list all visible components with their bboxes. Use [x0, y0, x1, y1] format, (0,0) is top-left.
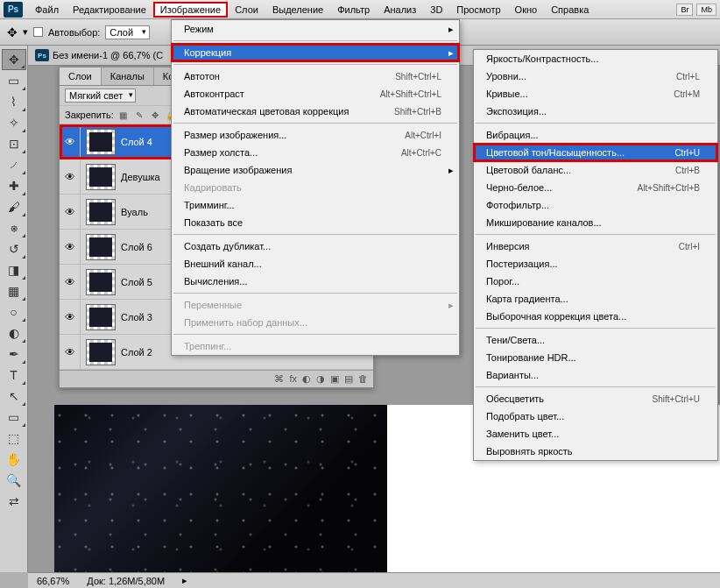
menu-item[interactable]: Фотофильтр...: [474, 196, 717, 214]
tool-type[interactable]: T: [2, 365, 26, 386]
trash-icon[interactable]: 🗑: [358, 373, 368, 385]
blend-mode-dropdown[interactable]: Мягкий свет: [65, 89, 136, 103]
visibility-icon[interactable]: 👁: [60, 265, 81, 299]
visibility-icon[interactable]: 👁: [60, 195, 81, 229]
menu-окно[interactable]: Окно: [508, 2, 545, 18]
lock-brush-icon[interactable]: ✎: [133, 109, 145, 121]
menu-item[interactable]: Показать все: [172, 214, 459, 231]
layer-thumbnail[interactable]: [86, 129, 116, 155]
tool-gradient[interactable]: ▦: [2, 280, 26, 301]
menu-item[interactable]: Вычисления...: [172, 273, 459, 290]
menu-item[interactable]: Коррекция: [172, 44, 459, 61]
layer-thumbnail[interactable]: [86, 269, 116, 295]
fx-icon[interactable]: fx: [289, 373, 297, 385]
menu-item[interactable]: Тонирование HDR...: [474, 349, 717, 366]
menu-файл[interactable]: Файл: [28, 2, 66, 18]
menu-item[interactable]: Размер холста...Alt+Ctrl+C: [172, 144, 459, 161]
tool-blur[interactable]: ○: [2, 301, 26, 322]
lock-move-icon[interactable]: ✥: [149, 109, 161, 121]
tool-path[interactable]: ↖: [2, 386, 26, 407]
bridge-button[interactable]: Br: [676, 4, 693, 16]
menu-item[interactable]: Яркость/Контрастность...: [474, 50, 717, 67]
menu-item[interactable]: Вибрация...: [474, 126, 717, 144]
menu-просмотр[interactable]: Просмотр: [449, 2, 507, 18]
menu-item[interactable]: Создать дубликат...: [172, 237, 459, 255]
tool-history[interactable]: ↺: [2, 238, 26, 259]
menu-изображение[interactable]: Изображение: [153, 2, 228, 18]
tool-wand[interactable]: ✧: [2, 112, 26, 133]
menu-3d[interactable]: 3D: [423, 2, 449, 18]
menu-фильтр[interactable]: Фильтр: [330, 2, 377, 18]
menu-item[interactable]: ИнверсияCtrl+I: [474, 237, 717, 255]
menu-item[interactable]: Цветовой баланс...Ctrl+B: [474, 161, 717, 179]
menu-item[interactable]: Цветовой тон/Насыщенность...Ctrl+U: [474, 144, 717, 161]
menu-item[interactable]: Тримминг...: [172, 196, 459, 214]
menu-item[interactable]: Карта градиента...: [474, 290, 717, 308]
menu-item[interactable]: Выборочная коррекция цвета...: [474, 308, 717, 325]
menu-item[interactable]: Размер изображения...Alt+Ctrl+I: [172, 126, 459, 144]
tool-crop[interactable]: ⊡: [2, 133, 26, 154]
visibility-icon[interactable]: 👁: [60, 335, 81, 369]
menu-item[interactable]: Подобрать цвет...: [474, 407, 717, 425]
menu-item[interactable]: Порог...: [474, 273, 717, 290]
tool-swap[interactable]: ⇄: [2, 491, 26, 512]
tab-layers[interactable]: Слои: [60, 67, 102, 85]
visibility-icon[interactable]: 👁: [60, 230, 81, 264]
menu-item[interactable]: Кривые...Ctrl+M: [474, 85, 717, 103]
menu-item[interactable]: Экспозиция...: [474, 103, 717, 120]
auto-select-dropdown[interactable]: Слой: [105, 25, 150, 39]
new-layer-icon[interactable]: ▤: [344, 373, 353, 385]
menu-item[interactable]: АвтоконтрастAlt+Shift+Ctrl+L: [172, 85, 459, 103]
menu-редактирование[interactable]: Редактирование: [66, 2, 153, 18]
auto-select-checkbox[interactable]: [33, 27, 43, 37]
zoom-level[interactable]: 66,67%: [37, 576, 69, 586]
layer-thumbnail[interactable]: [86, 234, 116, 260]
menu-item[interactable]: Внешний канал...: [172, 255, 459, 273]
tool-brush[interactable]: 🖌: [2, 196, 26, 217]
menu-item[interactable]: Микширование каналов...: [474, 214, 717, 231]
visibility-icon[interactable]: 👁: [60, 300, 81, 334]
menu-item[interactable]: ОбесцветитьShift+Ctrl+U: [474, 390, 717, 407]
tool-eraser[interactable]: ◨: [2, 259, 26, 280]
link-icon[interactable]: ⌘: [274, 373, 284, 385]
tool-lasso[interactable]: ⌇: [2, 91, 26, 112]
menu-item[interactable]: Уровни...Ctrl+L: [474, 67, 717, 85]
mb-button[interactable]: Mb: [696, 4, 716, 16]
layer-thumbnail[interactable]: [86, 339, 116, 365]
layer-thumbnail[interactable]: [86, 164, 116, 190]
menu-item[interactable]: Вращение изображения: [172, 161, 459, 179]
tool-heal[interactable]: ✚: [2, 175, 26, 196]
menu-слои[interactable]: Слои: [228, 2, 265, 18]
adjustment-icon[interactable]: ◑: [316, 373, 325, 385]
menu-item[interactable]: Черно-белое...Alt+Shift+Ctrl+B: [474, 179, 717, 196]
menu-item[interactable]: АвтотонShift+Ctrl+L: [172, 67, 459, 85]
layer-thumbnail[interactable]: [86, 199, 116, 225]
menu-выделение[interactable]: Выделение: [265, 2, 330, 18]
menu-item[interactable]: Тени/Света...: [474, 331, 717, 349]
menu-item[interactable]: Автоматическая цветовая коррекцияShift+C…: [172, 103, 459, 120]
menu-item[interactable]: Выровнять яркость: [474, 443, 717, 460]
visibility-icon[interactable]: 👁: [60, 159, 81, 194]
tool-move[interactable]: ✥: [2, 49, 26, 70]
menu-анализ[interactable]: Анализ: [377, 2, 423, 18]
folder-icon[interactable]: ▣: [330, 373, 339, 385]
menu-item[interactable]: Режим: [172, 20, 459, 38]
menu-item[interactable]: Постеризация...: [474, 255, 717, 273]
lock-transparent-icon[interactable]: ▦: [117, 109, 130, 121]
layer-thumbnail[interactable]: [86, 304, 116, 330]
tool-marquee[interactable]: ▭: [2, 70, 26, 91]
tool-zoom[interactable]: 🔍: [2, 470, 26, 491]
visibility-icon[interactable]: 👁: [60, 124, 81, 159]
tool-pen[interactable]: ✒: [2, 344, 26, 365]
tool-dodge[interactable]: ◐: [2, 322, 26, 344]
tool-stamp[interactable]: ⎈: [2, 217, 26, 238]
tab-channels[interactable]: Каналы: [102, 67, 154, 85]
menu-item[interactable]: Заменить цвет...: [474, 425, 717, 443]
tool-eyedrop[interactable]: ⟋: [2, 154, 26, 175]
mask-icon[interactable]: ◐: [302, 373, 311, 385]
tool-shape[interactable]: ▭: [2, 407, 26, 428]
status-arrow-icon[interactable]: ▸: [182, 575, 187, 586]
tool-3d[interactable]: ⬚: [2, 428, 26, 449]
tool-hand[interactable]: ✋: [2, 449, 26, 470]
menu-item[interactable]: Варианты...: [474, 366, 717, 384]
